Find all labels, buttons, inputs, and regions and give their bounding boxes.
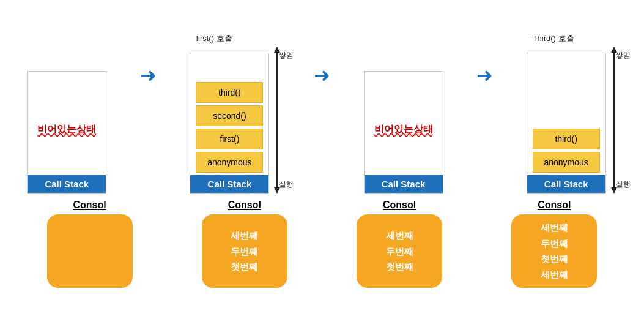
diagram-4: Third() 호출 third() anonymous Call Stack <box>527 33 617 194</box>
bottom-row: Consol Consol 세번째 두번째 첫번째 Consol 세번째 두번째… <box>12 200 632 321</box>
callstack-label-2: Call Stack <box>190 175 268 193</box>
consol-title-3: Consol <box>383 200 416 211</box>
callstack-box-1: 비어있는상태 Call Stack <box>27 71 106 194</box>
consol-box-3: 세번째 두번째 첫번째 <box>357 214 442 288</box>
callstack-label-3: Call Stack <box>365 175 443 193</box>
axis-line-4 <box>613 53 615 187</box>
empty-label-1: 비어있는상태 <box>31 118 102 143</box>
consol-title-1: Consol <box>73 200 106 211</box>
stack-items-2: third() second() first() anonymous <box>190 81 268 175</box>
top-row: 비어있는상태 Call Stack ➜ first() 호출 third() s… <box>12 6 632 194</box>
consol-item-2-2: 첫번째 <box>231 259 258 275</box>
consol-box-1 <box>47 214 133 288</box>
stack-item-third: third() <box>196 82 263 103</box>
arrow-1: ➜ <box>140 64 157 87</box>
arrow-3: ➜ <box>476 64 493 87</box>
axis-label-left-2: 쌓임 <box>279 50 294 61</box>
stack-item-third-4: third() <box>533 129 600 149</box>
stack-items-4: third() anonymous <box>527 127 605 175</box>
consol-item-4-3: 세번째 <box>541 267 568 283</box>
consol-4: Consol 세번째 두번째 첫번째 세번째 <box>511 200 597 288</box>
callstack-label-4: Call Stack <box>527 175 605 193</box>
callstack-box-4: third() anonymous Call Stack <box>527 53 606 194</box>
callstack-label-1: Call Stack <box>28 175 106 193</box>
axis-label-left-4: 쌓임 <box>616 50 631 61</box>
consol-item-3-1: 두번째 <box>386 244 413 260</box>
diagram-3: 비어있는상태 Call Stack <box>364 71 443 194</box>
arrow-2: ➜ <box>314 64 330 87</box>
consol-2: Consol 세번째 두번째 첫번째 <box>202 200 287 288</box>
consol-item-2-0: 세번째 <box>231 228 258 244</box>
consol-title-2: Consol <box>228 200 261 211</box>
axis-label-right-2: 실행 <box>279 179 294 190</box>
stack-item-anonymous-4: anonymous <box>533 152 600 173</box>
annotation-top-4: Third() 호출 <box>527 33 574 44</box>
diagram-2: first() 호출 third() second() first() anon… <box>190 33 280 194</box>
consol-3: Consol 세번째 두번째 첫번째 <box>357 200 442 288</box>
annotation-top-2: first() 호출 <box>190 33 232 44</box>
callstack-box-3: 비어있는상태 Call Stack <box>364 71 443 194</box>
consol-1: Consol <box>47 200 133 288</box>
empty-label-3: 비어있는상태 <box>368 118 439 143</box>
stack-item-first: first() <box>196 129 263 149</box>
consol-item-4-0: 세번째 <box>541 220 568 236</box>
callstack-box-2: third() second() first() anonymous Call … <box>190 53 269 194</box>
axis-line-2 <box>276 53 278 187</box>
stack-item-anonymous: anonymous <box>196 152 263 173</box>
consol-title-4: Consol <box>538 200 571 211</box>
consol-box-4: 세번째 두번째 첫번째 세번째 <box>511 214 597 288</box>
axis-label-right-4: 실행 <box>616 179 631 190</box>
consol-item-3-2: 첫번째 <box>386 259 413 275</box>
consol-item-2-1: 두번째 <box>231 244 258 260</box>
consol-item-3-0: 세번째 <box>386 228 413 244</box>
consol-box-2: 세번째 두번째 첫번째 <box>202 214 287 288</box>
consol-item-4-1: 두번째 <box>541 236 568 252</box>
stack-item-second: second() <box>196 105 263 126</box>
diagram-1: 비어있는상태 Call Stack <box>27 71 106 194</box>
main-container: 비어있는상태 Call Stack ➜ first() 호출 third() s… <box>0 0 644 327</box>
consol-item-4-2: 첫번째 <box>541 251 568 267</box>
